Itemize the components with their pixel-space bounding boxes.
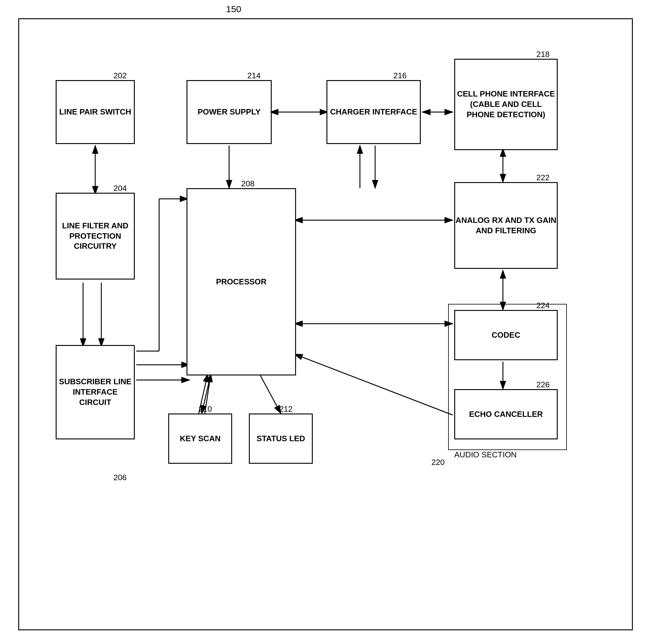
charger-interface-block: CHARGER INTERFACE bbox=[326, 80, 421, 144]
line-pair-switch-block: LINE PAIR SWITCH bbox=[56, 80, 135, 144]
status-led-block: STATUS LED bbox=[249, 413, 313, 464]
processor-ref: 208 bbox=[241, 179, 254, 188]
key-scan-block: KEY SCAN bbox=[168, 413, 232, 464]
subscriber-line-block: SUBSCRIBER LINE INTERFACE CIRCUIT bbox=[56, 345, 135, 439]
line-filter-label: LINE FILTER AND PROTECTION CIRCUITRY bbox=[57, 221, 134, 252]
line-pair-switch-ref: 202 bbox=[113, 71, 127, 80]
subscriber-line-ref: 206 bbox=[113, 473, 127, 482]
key-scan-ref: 210 bbox=[199, 404, 212, 414]
analog-rx-tx-block: ANALOG RX AND TX GAIN AND FILTERING bbox=[454, 182, 558, 269]
subscriber-line-label: SUBSCRIBER LINE INTERFACE CIRCUIT bbox=[57, 377, 134, 407]
power-supply-block: POWER SUPPLY bbox=[187, 80, 272, 144]
cell-phone-interface-ref: 218 bbox=[536, 50, 549, 59]
charger-interface-label: CHARGER INTERFACE bbox=[330, 107, 417, 117]
audio-section-label: AUDIO SECTION bbox=[454, 450, 517, 460]
outer-ref-label: 150 bbox=[226, 4, 241, 14]
key-scan-label: KEY SCAN bbox=[180, 434, 221, 444]
svg-line-12 bbox=[260, 374, 281, 413]
cell-phone-interface-label: CELL PHONE INTERFACE (CABLE AND CELL PHO… bbox=[455, 89, 557, 120]
analog-rx-tx-label: ANALOG RX AND TX GAIN AND FILTERING bbox=[455, 215, 557, 236]
cell-phone-interface-block: CELL PHONE INTERFACE (CABLE AND CELL PHO… bbox=[454, 59, 558, 150]
line-filter-block: LINE FILTER AND PROTECTION CIRCUITRY bbox=[56, 193, 135, 280]
diagram-container: 150 bbox=[18, 18, 633, 630]
processor-label: PROCESSOR bbox=[216, 277, 267, 287]
line-filter-ref: 204 bbox=[113, 184, 127, 193]
status-led-ref: 212 bbox=[279, 404, 292, 414]
analog-rx-tx-ref: 222 bbox=[536, 173, 549, 182]
status-led-label: STATUS LED bbox=[256, 434, 305, 444]
charger-interface-ref: 216 bbox=[393, 71, 406, 80]
power-supply-label: POWER SUPPLY bbox=[197, 107, 261, 117]
audio-section-border bbox=[448, 304, 567, 450]
audio-section-ref: 220 bbox=[431, 458, 444, 467]
svg-line-19 bbox=[295, 354, 453, 415]
power-supply-ref: 214 bbox=[247, 71, 261, 80]
line-pair-switch-label: LINE PAIR SWITCH bbox=[59, 107, 131, 117]
processor-block: PROCESSOR bbox=[187, 188, 296, 376]
